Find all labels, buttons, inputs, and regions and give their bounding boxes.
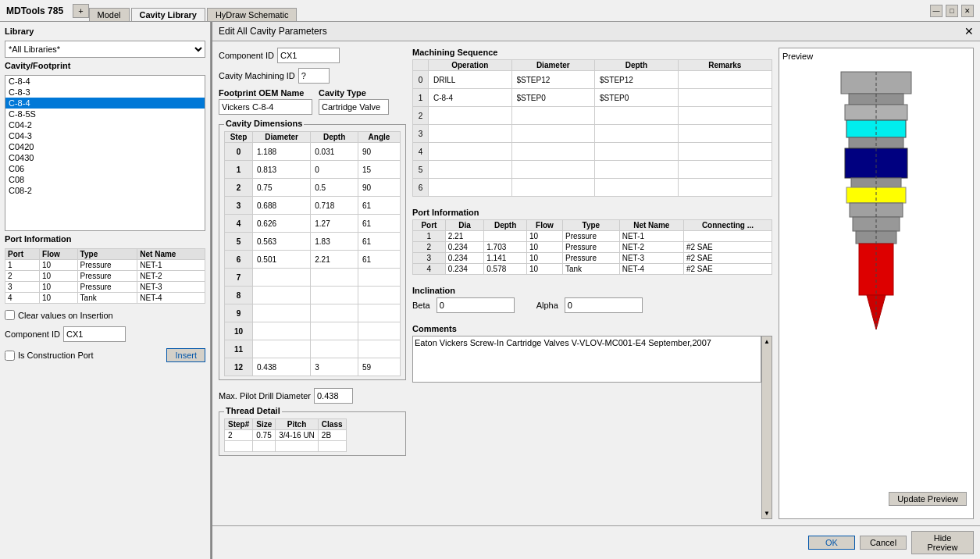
- angle-input[interactable]: [360, 215, 387, 231]
- diameter-input[interactable]: [255, 233, 294, 249]
- angle-input[interactable]: [360, 359, 387, 375]
- is-construction-port-checkbox[interactable]: [5, 351, 15, 361]
- component-id-input[interactable]: [63, 326, 126, 342]
- library-dropdown[interactable]: *All Libraries*: [5, 41, 205, 58]
- depth-input[interactable]: [312, 341, 344, 357]
- list-item-selected[interactable]: C-8-4: [5, 98, 205, 109]
- cavity-machining-id-input[interactable]: [298, 68, 330, 84]
- mach-depth-input[interactable]: [597, 72, 652, 87]
- remarks-input[interactable]: [681, 144, 743, 159]
- operation-input[interactable]: [431, 72, 486, 87]
- operation-input[interactable]: [431, 90, 486, 105]
- list-item[interactable]: C06: [5, 163, 205, 174]
- oem-name-input[interactable]: [219, 99, 312, 115]
- comments-scrollbar[interactable]: ▲ ▼: [761, 336, 772, 519]
- mach-diameter-input[interactable]: [515, 72, 569, 87]
- angle-input[interactable]: [360, 180, 387, 195]
- remarks-input[interactable]: [681, 90, 743, 105]
- remarks-input[interactable]: [681, 72, 743, 87]
- dialog-close-button[interactable]: ✕: [964, 25, 974, 37]
- depth-input[interactable]: [312, 287, 344, 303]
- tab-cavity-library[interactable]: Cavity Library: [131, 8, 205, 21]
- depth-input[interactable]: [312, 215, 344, 231]
- diameter-input[interactable]: [255, 287, 294, 303]
- max-pilot-drill-input[interactable]: [314, 388, 353, 404]
- mach-diameter-input[interactable]: [515, 126, 569, 141]
- diameter-input[interactable]: [255, 215, 294, 231]
- maximize-button[interactable]: □: [946, 5, 958, 17]
- list-item[interactable]: C08-2: [5, 185, 205, 196]
- cavity-list[interactable]: C-8-4 C-8-3 C-8-4 C-8-5S C04-2 C04-3 C04…: [5, 75, 205, 231]
- dlg-component-id-input[interactable]: [277, 48, 340, 63]
- angle-input[interactable]: [360, 323, 387, 339]
- mach-diameter-input[interactable]: [515, 180, 569, 195]
- depth-input[interactable]: [312, 162, 344, 177]
- list-item[interactable]: C04-2: [5, 119, 205, 130]
- diameter-input[interactable]: [255, 323, 294, 339]
- diameter-input[interactable]: [255, 269, 294, 285]
- remarks-input[interactable]: [681, 162, 743, 177]
- cancel-button[interactable]: Cancel: [860, 536, 907, 550]
- depth-input[interactable]: [312, 359, 344, 375]
- list-item[interactable]: C0430: [5, 152, 205, 163]
- update-preview-button[interactable]: Update Preview: [889, 492, 967, 506]
- insert-button[interactable]: Insert: [166, 348, 205, 362]
- angle-input[interactable]: [360, 144, 387, 159]
- minimize-button[interactable]: —: [930, 5, 943, 17]
- hide-preview-button[interactable]: Hide Preview: [911, 531, 974, 554]
- list-item[interactable]: C-8-5S: [5, 109, 205, 119]
- depth-input[interactable]: [312, 305, 344, 321]
- diameter-input[interactable]: [255, 180, 294, 195]
- diameter-input[interactable]: [255, 162, 294, 177]
- tab-model[interactable]: Model: [89, 8, 130, 21]
- diameter-input[interactable]: [255, 341, 294, 357]
- angle-input[interactable]: [360, 287, 387, 303]
- angle-input[interactable]: [360, 341, 387, 357]
- angle-input[interactable]: [360, 269, 387, 285]
- mach-diameter-input[interactable]: [515, 90, 569, 105]
- diameter-input[interactable]: [255, 198, 294, 213]
- alpha-input[interactable]: [565, 297, 643, 313]
- list-item[interactable]: C-8-3: [5, 87, 205, 98]
- close-button[interactable]: ✕: [961, 5, 974, 17]
- list-item[interactable]: C-8-4: [5, 76, 205, 87]
- clear-values-checkbox[interactable]: [5, 310, 15, 320]
- depth-input[interactable]: [312, 198, 344, 213]
- depth-input[interactable]: [312, 180, 344, 195]
- operation-input[interactable]: [431, 144, 486, 159]
- operation-input[interactable]: [431, 126, 486, 141]
- list-item[interactable]: C0420: [5, 141, 205, 152]
- list-item[interactable]: C04-3: [5, 130, 205, 141]
- scroll-down-icon[interactable]: ▼: [764, 510, 770, 517]
- scroll-up-icon[interactable]: ▲: [764, 338, 770, 345]
- mach-depth-input[interactable]: [597, 126, 652, 141]
- mach-depth-input[interactable]: [597, 90, 652, 105]
- depth-input[interactable]: [312, 251, 344, 267]
- remarks-input[interactable]: [681, 108, 743, 123]
- comments-textarea[interactable]: Eaton Vickers Screw-In Cartridge Valves …: [412, 336, 761, 383]
- operation-input[interactable]: [431, 180, 486, 195]
- operation-input[interactable]: [431, 162, 486, 177]
- mach-depth-input[interactable]: [597, 180, 652, 195]
- angle-input[interactable]: [360, 162, 387, 177]
- add-tab-button[interactable]: +: [73, 4, 88, 18]
- diameter-input[interactable]: [255, 305, 294, 321]
- operation-input[interactable]: [431, 108, 486, 123]
- mach-depth-input[interactable]: [597, 162, 652, 177]
- depth-input[interactable]: [312, 323, 344, 339]
- remarks-input[interactable]: [681, 180, 743, 195]
- diameter-input[interactable]: [255, 359, 294, 375]
- beta-input[interactable]: [437, 297, 515, 313]
- depth-input[interactable]: [312, 144, 344, 159]
- ok-button[interactable]: OK: [808, 536, 855, 550]
- angle-input[interactable]: [360, 233, 387, 249]
- angle-input[interactable]: [360, 251, 387, 267]
- diameter-input[interactable]: [255, 144, 294, 159]
- list-item[interactable]: C08: [5, 174, 205, 185]
- mach-depth-input[interactable]: [597, 108, 652, 123]
- tab-hydraw-schematic[interactable]: HyDraw Schematic: [207, 8, 298, 21]
- angle-input[interactable]: [360, 305, 387, 321]
- depth-input[interactable]: [312, 233, 344, 249]
- diameter-input[interactable]: [255, 251, 294, 267]
- mach-depth-input[interactable]: [597, 144, 652, 159]
